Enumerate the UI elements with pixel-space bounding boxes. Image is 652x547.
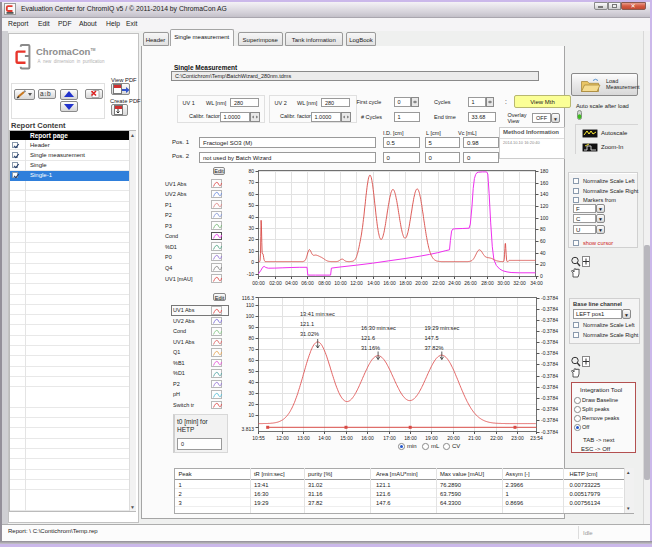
svg-text:20:00: 20:00: [447, 435, 460, 441]
svg-text:14:00: 14:00: [367, 280, 380, 286]
svg-text:37.82%: 37.82%: [425, 345, 444, 351]
svg-text:0: 0: [251, 259, 254, 265]
svg-text:-0.3784: -0.3784: [541, 317, 558, 323]
svg-text:26:00: 26:00: [464, 280, 477, 286]
svg-text:50: 50: [248, 368, 254, 374]
svg-text:121.1: 121.1: [300, 321, 314, 327]
svg-text:60: 60: [248, 191, 254, 197]
svg-text:60: 60: [248, 357, 254, 363]
svg-text:34:00: 34:00: [530, 280, 543, 286]
svg-text:30: 30: [248, 225, 254, 231]
svg-text:120: 120: [540, 203, 549, 209]
svg-text:-0.3784: -0.3784: [541, 361, 558, 367]
svg-text:17:00: 17:00: [383, 435, 396, 441]
svg-text:40: 40: [248, 214, 254, 220]
svg-text:100: 100: [246, 313, 255, 319]
svg-text:32:00: 32:00: [513, 280, 526, 286]
svg-text:80: 80: [248, 168, 254, 174]
svg-text:28:00: 28:00: [481, 280, 494, 286]
svg-text:18:00: 18:00: [399, 280, 412, 286]
svg-text:19:29 min:sec: 19:29 min:sec: [425, 325, 460, 331]
svg-text:3.813: 3.813: [241, 426, 254, 432]
svg-text:140: 140: [540, 191, 549, 197]
svg-text:-0.3784: -0.3784: [541, 395, 558, 401]
svg-text:180: 180: [540, 168, 549, 174]
svg-text:121.6: 121.6: [361, 335, 375, 341]
svg-text:12:00: 12:00: [350, 280, 363, 286]
svg-text:-0.3784: -0.3784: [541, 339, 558, 345]
svg-text:0: 0: [540, 273, 543, 279]
svg-text:13:41 min:sec: 13:41 min:sec: [300, 311, 335, 317]
svg-text:12:00: 12:00: [276, 435, 289, 441]
svg-text:30:00: 30:00: [497, 280, 510, 286]
svg-text:00:00: 00:00: [252, 280, 265, 286]
svg-text:24:00: 24:00: [448, 280, 461, 286]
svg-text:22:00: 22:00: [490, 435, 503, 441]
svg-text:90: 90: [248, 324, 254, 330]
svg-text:22:00: 22:00: [432, 280, 445, 286]
svg-text:40: 40: [248, 379, 254, 385]
svg-text:-0.3784: -0.3784: [541, 295, 558, 301]
svg-text:04:00: 04:00: [285, 280, 298, 286]
svg-text:30: 30: [248, 390, 254, 396]
svg-text:-0.3784: -0.3784: [541, 406, 558, 412]
svg-text:06:00: 06:00: [301, 280, 314, 286]
svg-text:10:55: 10:55: [252, 435, 265, 441]
svg-text:20: 20: [540, 261, 546, 267]
svg-text:80: 80: [248, 335, 254, 341]
svg-text:40: 40: [540, 250, 546, 256]
svg-text:-0.3784: -0.3784: [541, 328, 558, 334]
svg-text:02:00: 02:00: [269, 280, 282, 286]
svg-text:160: 160: [540, 180, 549, 186]
svg-text:-0.3784: -0.3784: [541, 350, 558, 356]
svg-text:10:00: 10:00: [334, 280, 347, 286]
svg-text:20:00: 20:00: [415, 280, 428, 286]
svg-text:-0.3784: -0.3784: [541, 306, 558, 312]
svg-text:100: 100: [540, 215, 549, 221]
svg-text:31.16%: 31.16%: [361, 345, 380, 351]
svg-text:-0.3784: -0.3784: [541, 429, 558, 435]
svg-text:-10: -10: [247, 271, 254, 277]
svg-text:10: 10: [248, 248, 254, 254]
svg-text:19:00: 19:00: [425, 435, 438, 441]
svg-text:-0.3784: -0.3784: [541, 417, 558, 423]
svg-text:16:30 min:sec: 16:30 min:sec: [361, 325, 396, 331]
svg-text:14:00: 14:00: [318, 435, 331, 441]
svg-text:20: 20: [248, 401, 254, 407]
svg-text:18:00: 18:00: [404, 435, 417, 441]
svg-text:-0.3784: -0.3784: [541, 373, 558, 379]
svg-text:15:00: 15:00: [340, 435, 353, 441]
svg-text:31.02%: 31.02%: [300, 331, 319, 337]
svg-text:80: 80: [540, 226, 546, 232]
svg-text:10: 10: [248, 412, 254, 418]
svg-text:16:00: 16:00: [383, 280, 396, 286]
svg-text:70: 70: [248, 346, 254, 352]
svg-text:08:00: 08:00: [318, 280, 331, 286]
svg-text:50: 50: [248, 202, 254, 208]
svg-text:110: 110: [246, 302, 254, 308]
svg-text:116.3: 116.3: [242, 295, 254, 301]
svg-text:23:54: 23:54: [530, 435, 543, 441]
svg-text:23:00: 23:00: [511, 435, 524, 441]
svg-text:60: 60: [540, 238, 546, 244]
svg-text:13:00: 13:00: [297, 435, 310, 441]
svg-text:-0.3784: -0.3784: [541, 384, 558, 390]
svg-text:70: 70: [248, 179, 254, 185]
svg-text:16:00: 16:00: [361, 435, 374, 441]
svg-text:21:00: 21:00: [468, 435, 481, 441]
svg-text:20: 20: [248, 236, 254, 242]
svg-text:147.5: 147.5: [425, 335, 439, 341]
